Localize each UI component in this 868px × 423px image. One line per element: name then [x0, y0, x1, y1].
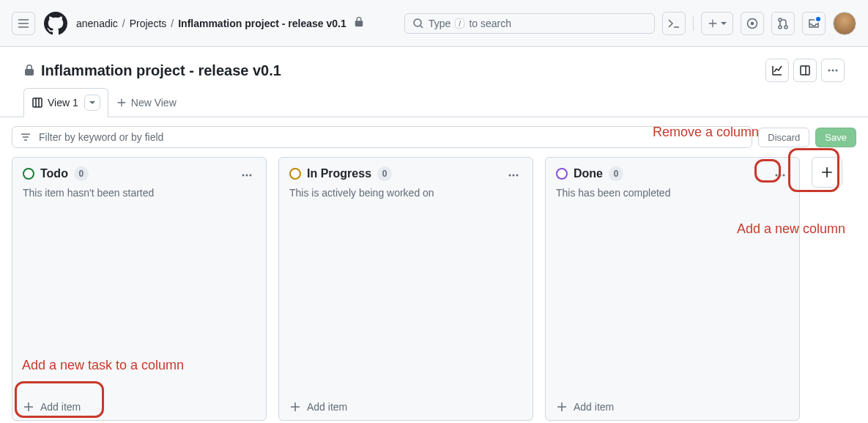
issue-icon [746, 18, 758, 29]
issues-button[interactable] [741, 12, 764, 35]
kebab-icon [241, 169, 253, 181]
github-logo[interactable] [44, 12, 67, 35]
breadcrumb: anenadic / Projects / Inflammation proje… [76, 17, 364, 29]
lock-icon [23, 65, 35, 76]
svg-point-19 [783, 174, 785, 177]
count-badge: 0 [377, 166, 392, 181]
svg-point-7 [828, 70, 831, 72]
breadcrumb-owner[interactable]: anenadic [76, 18, 118, 29]
global-header: anenadic / Projects / Inflammation proje… [0, 0, 868, 47]
add-item-label: Add item [574, 401, 614, 413]
status-circle-icon [556, 168, 568, 180]
caret-down-icon [89, 100, 95, 106]
column-header: In Progress 0 This is actively being wor… [279, 158, 533, 202]
avatar[interactable] [833, 12, 856, 35]
column-title: Todo 0 [23, 166, 154, 181]
svg-point-4 [779, 26, 782, 29]
status-circle-icon [289, 168, 301, 180]
column-title: In Progress 0 [289, 166, 434, 181]
inbox-button[interactable] [802, 12, 826, 35]
add-item-label: Add item [40, 401, 81, 413]
search-suffix: to search [469, 18, 511, 29]
svg-point-0 [414, 19, 421, 26]
project-title-text: Inflammation project - release v0.1 [41, 62, 281, 79]
column-title-text: Done [574, 167, 603, 180]
status-circle-icon [23, 168, 34, 180]
more-options-button[interactable] [821, 59, 845, 82]
panel-button[interactable] [793, 59, 817, 82]
column-desc: This has been completed [556, 187, 670, 199]
column-menu-button[interactable] [238, 166, 256, 186]
svg-point-13 [250, 174, 252, 177]
column-menu-button[interactable] [771, 166, 789, 186]
column-body [546, 202, 799, 394]
column-title-text: In Progress [307, 167, 371, 180]
new-view-button[interactable]: New View [108, 90, 185, 115]
column-in-progress: In Progress 0 This is actively being wor… [278, 157, 533, 421]
svg-point-14 [509, 174, 511, 177]
add-item-button[interactable]: Add item [279, 394, 533, 420]
add-item-button[interactable]: Add item [12, 394, 266, 420]
add-column-button[interactable] [812, 157, 842, 188]
insights-button[interactable] [765, 59, 789, 82]
column-todo: Todo 0 This item hasn't been started Add… [12, 157, 267, 421]
svg-point-3 [779, 18, 782, 21]
add-item-label: Add item [307, 401, 347, 413]
lock-icon [354, 17, 364, 29]
caret-down-icon [721, 21, 727, 26]
tabs-row: View 1 New View [23, 88, 845, 117]
plus-icon [116, 98, 127, 108]
project-title: Inflammation project - release v0.1 [23, 62, 281, 79]
svg-point-5 [784, 26, 787, 29]
graph-icon [771, 65, 783, 76]
column-body [279, 202, 533, 394]
column-desc: This item hasn't been started [23, 187, 154, 199]
header-left: anenadic / Projects / Inflammation proje… [12, 12, 364, 35]
board-icon [31, 97, 43, 108]
plus-icon [23, 401, 34, 413]
search-icon [412, 18, 424, 29]
column-desc: This is actively being worked on [289, 187, 434, 199]
command-palette-button[interactable] [662, 12, 686, 35]
kebab-icon [774, 169, 786, 181]
svg-point-8 [832, 70, 834, 72]
add-item-button[interactable]: Add item [546, 394, 799, 420]
pull-request-icon [777, 18, 789, 29]
project-title-row: Inflammation project - release v0.1 [23, 59, 845, 82]
tab-view-1[interactable]: View 1 [23, 88, 108, 117]
plus-icon [289, 401, 301, 413]
header-right: Type / to search [404, 12, 856, 35]
notification-dot [815, 15, 822, 23]
create-new-button[interactable] [701, 12, 733, 35]
filter-input[interactable]: Filter by keyword or by field [12, 126, 752, 148]
count-badge: 0 [609, 166, 623, 181]
hamburger-menu-button[interactable] [12, 12, 35, 35]
pull-requests-button[interactable] [771, 12, 795, 35]
svg-point-11 [242, 174, 245, 177]
tab-dropdown-button[interactable] [84, 95, 100, 111]
column-menu-button[interactable] [505, 166, 522, 186]
breadcrumb-separator: / [122, 18, 125, 29]
svg-point-12 [246, 174, 248, 177]
breadcrumb-projects[interactable]: Projects [130, 18, 167, 29]
kebab-icon [508, 169, 519, 181]
svg-rect-10 [33, 98, 42, 107]
filter-placeholder: Filter by keyword or by field [39, 131, 163, 143]
search-prefix: Type [429, 18, 450, 29]
filter-icon [20, 131, 31, 143]
column-title: Done 0 [556, 166, 670, 181]
board: Todo 0 This item hasn't been started Add… [0, 157, 868, 423]
breadcrumb-separator: / [171, 18, 174, 29]
search-input[interactable]: Type / to search [404, 13, 655, 34]
discard-button[interactable]: Discard [758, 128, 809, 147]
svg-rect-6 [801, 66, 809, 75]
svg-point-17 [776, 174, 778, 177]
svg-point-16 [516, 174, 519, 177]
github-mark-icon [44, 12, 67, 35]
save-button[interactable]: Save [815, 128, 856, 147]
project-actions [765, 59, 845, 82]
column-header: Todo 0 This item hasn't been started [12, 158, 266, 202]
project-header: Inflammation project - release v0.1 View… [0, 47, 868, 117]
breadcrumb-current: Inflammation project - release v0.1 [178, 18, 346, 29]
hamburger-icon [18, 18, 29, 29]
